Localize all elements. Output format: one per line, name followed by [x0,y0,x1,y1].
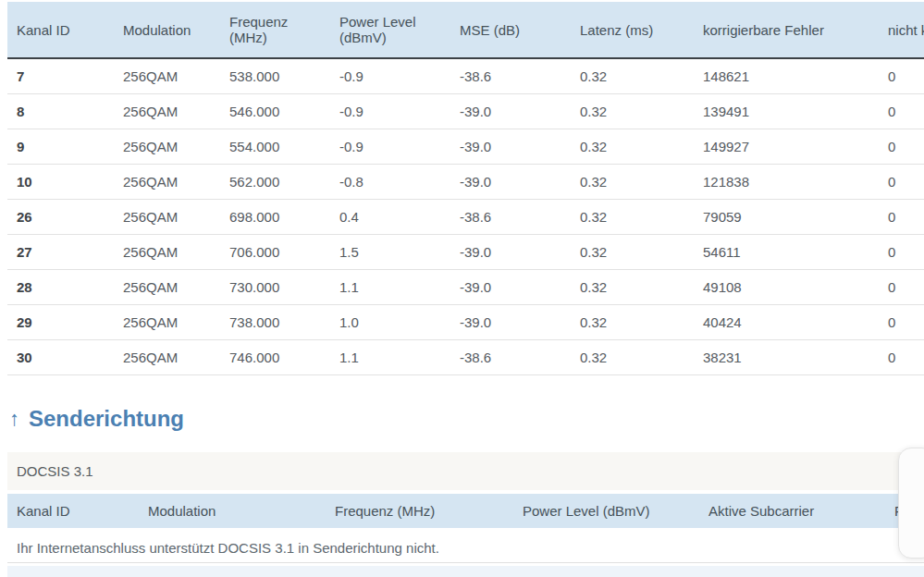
table-row: 9256QAM554.000-0.9-39.00.321499270 [7,129,924,165]
table-row: 10256QAM562.000-0.8-39.00.321218380 [7,165,924,200]
cell: 256QAM [114,305,220,340]
column-header: korrigierbare Fehler [694,2,879,58]
channel-id-cell: 29 [7,305,114,340]
cell: -39.0 [450,165,571,200]
cell: 562.000 [220,165,330,200]
cell: 0 [879,200,924,235]
column-header: Modulation [114,2,220,58]
cell: 706.000 [220,235,330,270]
upstream-table-wrap: DOCSIS 3.1 Kanal IDModulationFrequenz (M… [7,452,924,563]
cell: 0 [879,235,924,270]
column-header: Power Level (dBmV) [330,2,450,58]
cell: 121838 [694,165,879,200]
channel-id-cell: 26 [7,200,114,235]
cell: 538.000 [220,58,330,94]
downstream-table-body: 7256QAM538.000-0.9-38.60.3214862108256QA… [7,58,924,375]
cell: 148621 [694,58,879,94]
cell: 256QAM [114,94,220,129]
downstream-header-row: Kanal IDModulationFrequenz (MHz)Power Le… [7,2,924,58]
cell: 0 [879,94,924,129]
cell: 738.000 [220,305,330,340]
channel-id-cell: 30 [7,340,114,375]
cell: -0.9 [330,129,450,165]
cell: 256QAM [114,165,220,200]
table-row: 29256QAM738.0001.0-39.00.32404240 [7,305,924,340]
cell: -39.0 [450,94,571,129]
cell: 0.32 [571,58,694,94]
cell: 746.000 [220,340,330,375]
cell: -0.9 [330,94,450,129]
downstream-table-wrap: Kanal IDModulationFrequenz (MHz)Power Le… [7,2,924,375]
docsis-group-label: DOCSIS 3.1 [17,463,93,479]
cell: -39.0 [450,305,571,340]
next-section-strip [7,566,924,577]
cell: 256QAM [114,129,220,165]
downstream-table: Kanal IDModulationFrequenz (MHz)Power Le… [7,2,924,375]
cell: 0 [879,270,924,305]
table-row: 28256QAM730.0001.1-39.00.32491080 [7,270,924,305]
channel-id-cell: 28 [7,270,114,305]
table-row: 27256QAM706.0001.5-39.00.32546110 [7,235,924,270]
cell: 546.000 [220,94,330,129]
cell: 0.32 [571,270,694,305]
cell: 40424 [694,305,879,340]
cell: 256QAM [114,200,220,235]
upstream-table: Kanal IDModulationFrequenz (MHz)Power Le… [7,494,924,528]
table-row: 7256QAM538.000-0.9-38.60.321486210 [7,58,924,94]
cell: 139491 [694,94,879,129]
cell: 554.000 [220,129,330,165]
cell: -38.6 [450,340,571,375]
cell: -38.6 [450,200,571,235]
cell: 730.000 [220,270,330,305]
cell: -0.8 [330,165,450,200]
cell: 256QAM [114,58,220,94]
cell: 0 [879,305,924,340]
section-heading-label: Senderichtung [29,406,184,432]
cell: 0.32 [571,129,694,165]
cell: -0.9 [330,58,450,94]
cell: 0.32 [571,165,694,200]
column-header: Kanal ID [7,2,114,58]
table-row: 8256QAM546.000-0.9-39.00.321394910 [7,94,924,129]
column-header: Frequenz (MHz) [326,494,513,528]
cell: 1.1 [330,340,450,375]
cell: 0 [879,340,924,375]
column-header: nicht korrigierbare Fehler [879,2,924,58]
cell: 0 [879,165,924,200]
cell: 0 [879,58,924,94]
cell: 256QAM [114,235,220,270]
cell: -39.0 [450,129,571,165]
column-header: Modulation [139,494,326,528]
cell: 38231 [694,340,879,375]
upstream-message-text: Ihr Internetanschluss unterstützt DOCSIS… [17,540,439,556]
cell: 79059 [694,200,879,235]
cell: 1.0 [330,305,450,340]
column-header: Power Level (dBmV) [513,494,699,528]
cell: 256QAM [114,340,220,375]
cell: 54611 [694,235,879,270]
channel-id-cell: 9 [7,129,114,165]
cell: -39.0 [450,235,571,270]
column-header: Kanal ID [7,494,139,528]
docsis-group-row: DOCSIS 3.1 [7,452,924,490]
channel-id-cell: 7 [7,58,114,94]
column-header: Latenz (ms) [571,2,694,58]
cell: -38.6 [450,58,571,94]
cell: 1.1 [330,270,450,305]
cell: 149927 [694,129,879,165]
arrow-up-icon: ↑ [9,407,19,431]
upstream-header-row: Kanal IDModulationFrequenz (MHz)Power Le… [7,494,924,528]
cell: -39.0 [450,270,571,305]
channel-id-cell: 8 [7,94,114,129]
cell: 0 [879,129,924,165]
cell: 1.5 [330,235,450,270]
section-heading-senderichtung[interactable]: ↑ Senderichtung [9,403,924,434]
floating-side-tab[interactable] [898,448,924,559]
cell: 49108 [694,270,879,305]
column-header: Frequenz (MHz) [220,2,330,58]
table-row: 26256QAM698.0000.4-38.60.32790590 [7,200,924,235]
column-header: MSE (dB) [450,2,571,58]
cell: 0.32 [571,305,694,340]
upstream-message-row: Ihr Internetanschluss unterstützt DOCSIS… [7,534,924,563]
column-header: Aktive Subcarrier [699,494,885,528]
